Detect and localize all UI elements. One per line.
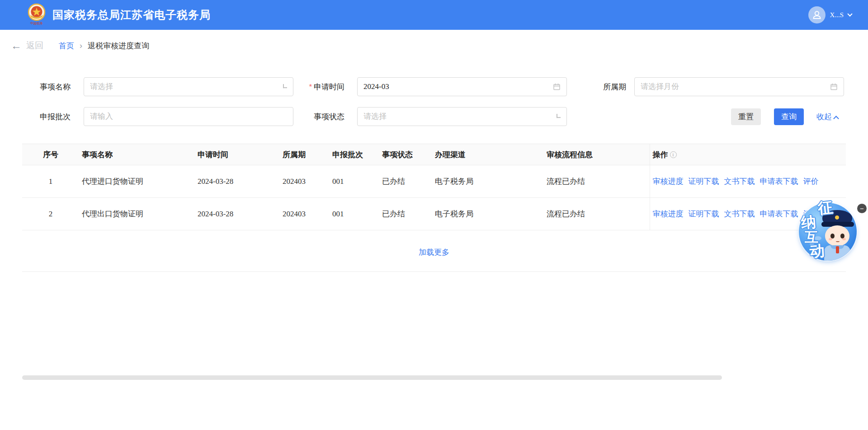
col-seq: 序号 bbox=[22, 144, 79, 165]
col-channel: 办理渠道 bbox=[432, 144, 544, 165]
results-table: 序号 事项名称 申请时间 所属期 申报批次 事项状态 办理渠道 审核流程信息 操… bbox=[22, 144, 846, 230]
col-status: 事项状态 bbox=[379, 144, 432, 165]
cell-item-name: 代理进口货物证明 bbox=[79, 165, 195, 198]
period-label: 所属期 bbox=[585, 82, 626, 92]
chevron-up-icon bbox=[833, 116, 839, 122]
field-status: 事项状态 bbox=[298, 107, 567, 126]
col-item-name: 事项名称 bbox=[79, 144, 195, 165]
calendar-icon bbox=[553, 83, 561, 91]
cell-channel: 电子税务局 bbox=[432, 198, 544, 230]
application-form-download-link[interactable]: 申请表下载 bbox=[760, 210, 798, 218]
page-title: 退税审核进度查询 bbox=[88, 41, 149, 51]
subnav: ← 返回 首页 › 退税审核进度查询 bbox=[0, 30, 868, 61]
reset-button[interactable]: 重置 bbox=[731, 108, 761, 125]
cell-seq: 2 bbox=[22, 198, 79, 230]
certificate-download-link[interactable]: 证明下载 bbox=[689, 177, 719, 186]
chevron-down-icon bbox=[556, 113, 561, 119]
required-asterisk: * bbox=[309, 83, 312, 91]
zhengna-hudong-mascot[interactable]: 征 纳 互 动 bbox=[799, 203, 857, 261]
field-item-name: 事项名称 bbox=[22, 77, 293, 96]
cell-flow-info: 流程已办结 bbox=[544, 165, 650, 198]
user-avatar-icon[interactable] bbox=[808, 6, 826, 23]
logo-caption: 中国税务 bbox=[30, 22, 43, 25]
audit-progress-link[interactable]: 审核进度 bbox=[653, 210, 684, 218]
cell-period: 202403 bbox=[280, 198, 330, 230]
status-label: 事项状态 bbox=[298, 112, 344, 122]
cell-item-name: 代理出口货物证明 bbox=[79, 198, 195, 230]
chevron-down-icon[interactable] bbox=[847, 11, 852, 16]
col-apply-time: 申请时间 bbox=[195, 144, 280, 165]
field-period: 所属期 bbox=[585, 77, 844, 96]
mascot-minimize-button[interactable]: − bbox=[857, 204, 867, 213]
apply-time-label: *申请时间 bbox=[298, 82, 344, 92]
item-name-label: 事项名称 bbox=[22, 82, 71, 92]
filter-buttons: 重置 查询 收起 bbox=[731, 108, 838, 125]
certificate-download-link[interactable]: 证明下载 bbox=[689, 210, 719, 218]
item-name-select[interactable] bbox=[84, 77, 293, 96]
audit-progress-link[interactable]: 审核进度 bbox=[653, 177, 684, 186]
mascot-char: 纳 bbox=[801, 214, 816, 230]
table-header-row: 序号 事项名称 申请时间 所属期 申报批次 事项状态 办理渠道 审核流程信息 操… bbox=[22, 144, 846, 165]
batch-label: 申报批次 bbox=[22, 112, 71, 122]
col-actions: 操作i bbox=[650, 144, 846, 165]
cell-actions: 审核进度证明下载文书下载申请表下载评价 bbox=[650, 165, 846, 198]
document-download-link[interactable]: 文书下载 bbox=[724, 210, 755, 218]
site-title: 国家税务总局江苏省电子税务局 bbox=[52, 8, 211, 22]
apply-time-datepicker[interactable] bbox=[357, 77, 567, 96]
cell-channel: 电子税务局 bbox=[432, 165, 544, 198]
collapse-link[interactable]: 收起 bbox=[816, 112, 838, 122]
mascot-cap-emblem bbox=[835, 215, 839, 220]
cell-status: 已办结 bbox=[379, 165, 432, 198]
top-header: 中国税务 国家税务总局江苏省电子税务局 X...S bbox=[0, 0, 868, 30]
info-icon[interactable]: i bbox=[670, 151, 677, 158]
mascot-char: 互 bbox=[805, 230, 818, 244]
batch-input-wrap[interactable] bbox=[84, 107, 293, 126]
table-row: 2 代理出口货物证明 2024-03-28 202403 001 已办结 电子税… bbox=[22, 198, 846, 230]
status-select[interactable] bbox=[357, 107, 567, 126]
cell-batch: 001 bbox=[330, 165, 379, 198]
cell-seq: 1 bbox=[22, 165, 79, 198]
back-button[interactable]: ← 返回 bbox=[11, 40, 43, 51]
mascot-char: 动 bbox=[809, 243, 825, 259]
period-monthpicker[interactable] bbox=[634, 77, 844, 96]
apply-time-input[interactable] bbox=[357, 77, 567, 96]
breadcrumb-separator: › bbox=[80, 41, 82, 51]
horizontal-scrollbar[interactable] bbox=[22, 375, 722, 380]
col-batch: 申报批次 bbox=[330, 144, 379, 165]
chevron-down-icon bbox=[282, 83, 288, 89]
brand: 中国税务 国家税务总局江苏省电子税务局 bbox=[26, 3, 211, 27]
status-select-input[interactable] bbox=[357, 107, 567, 126]
field-batch: 申报批次 bbox=[22, 107, 293, 126]
user-name[interactable]: X...S bbox=[830, 11, 844, 19]
mascot-face bbox=[825, 225, 849, 246]
breadcrumb-home-link[interactable]: 首页 bbox=[59, 41, 74, 51]
cell-apply-time: 2024-03-28 bbox=[195, 165, 280, 198]
application-form-download-link[interactable]: 申请表下载 bbox=[760, 177, 798, 186]
period-input[interactable] bbox=[634, 77, 844, 96]
col-flow-info: 审核流程信息 bbox=[544, 144, 650, 165]
app-canvas: 中国税务 国家税务总局江苏省电子税务局 X...S ← 返回 首页 › 退税审核… bbox=[0, 0, 868, 430]
load-more-wrap: 加载更多 bbox=[22, 247, 846, 257]
cell-period: 202403 bbox=[280, 165, 330, 198]
mascot-char: 征 bbox=[817, 199, 833, 215]
user-menu[interactable]: X...S bbox=[808, 6, 852, 23]
col-period: 所属期 bbox=[280, 144, 330, 165]
cell-status: 已办结 bbox=[379, 198, 432, 230]
table-row: 1 代理进口货物证明 2024-03-28 202403 001 已办结 电子税… bbox=[22, 165, 846, 198]
load-more-link[interactable]: 加载更多 bbox=[419, 248, 449, 257]
cell-flow-info: 流程已办结 bbox=[544, 198, 650, 230]
field-apply-time: *申请时间 bbox=[298, 77, 567, 96]
evaluate-link[interactable]: 评价 bbox=[803, 177, 819, 186]
tax-emblem-icon: 中国税务 bbox=[26, 3, 47, 27]
back-arrow-icon: ← bbox=[11, 40, 22, 51]
back-label: 返回 bbox=[26, 40, 43, 51]
document-download-link[interactable]: 文书下载 bbox=[724, 177, 755, 186]
breadcrumb: 首页 › 退税审核进度查询 bbox=[59, 41, 149, 51]
list-bottom-divider bbox=[22, 271, 846, 272]
cell-apply-time: 2024-03-28 bbox=[195, 198, 280, 230]
batch-input[interactable] bbox=[84, 107, 293, 126]
cell-batch: 001 bbox=[330, 198, 379, 230]
calendar-icon bbox=[830, 83, 838, 91]
item-name-select-input[interactable] bbox=[84, 77, 293, 96]
query-button[interactable]: 查询 bbox=[774, 108, 804, 125]
